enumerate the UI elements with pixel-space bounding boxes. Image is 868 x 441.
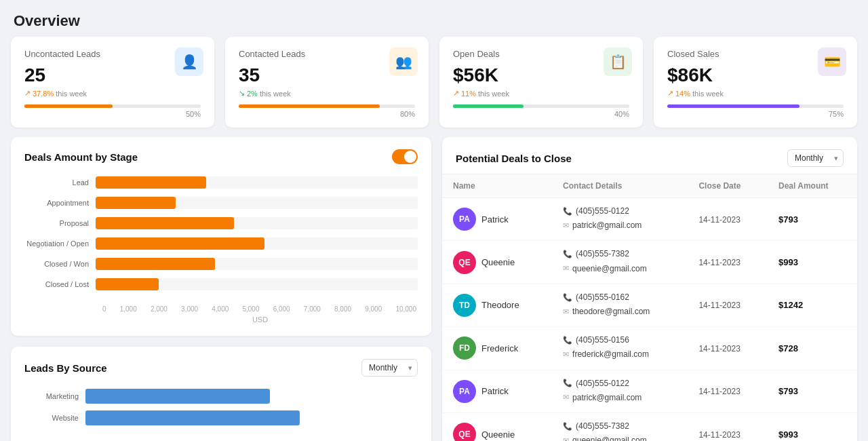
bar-row: Appointment — [24, 197, 418, 209]
stat-change-contacted: ↘ 2% this week — [239, 89, 415, 98]
stat-card-closed_sales: 💳 Closed Sales $86K ↗ 14% this week 75% — [654, 37, 857, 128]
close-date-cell: 14-11-2023 — [688, 198, 768, 241]
bar-label: Appointment — [24, 199, 96, 207]
stat-title-open_deals: Open Deals — [453, 49, 629, 59]
name-cell: TD Theodore — [442, 284, 552, 326]
deals-table: Name Contact Details Close Date Deal Amo… — [442, 174, 857, 441]
col-contact: Contact Details — [552, 174, 688, 198]
phone-line: 📞 (405)555-7382 — [563, 420, 677, 433]
email-icon: ✉ — [563, 349, 569, 361]
stat-pct-uncontacted: 50% — [24, 110, 201, 118]
bar-label: Negotiation / Open — [24, 239, 96, 248]
stat-icon-open_deals: 📋 — [604, 47, 632, 76]
progress-fill-uncontacted — [24, 104, 113, 108]
deals-by-stage-card: Deals Amount by Stage Lead Appointment P… — [11, 137, 431, 336]
email-icon: ✉ — [563, 306, 569, 318]
potential-deals-dropdown[interactable]: Monthly Weekly Yearly — [787, 149, 844, 167]
stat-value-closed_sales: $86K — [667, 64, 844, 86]
progress-bg-closed_sales — [667, 104, 844, 108]
deal-amount-cell: $728 — [768, 327, 857, 370]
source-bar-row: Marketing — [24, 389, 418, 404]
x-axis-unit: USD — [102, 315, 418, 324]
close-date-cell: 14-11-2023 — [688, 370, 768, 413]
leads-source-dropdown[interactable]: Monthly Weekly Yearly — [361, 359, 418, 377]
phone-number: (405)555-7382 — [576, 248, 629, 261]
contact-name: Queenie — [481, 257, 515, 267]
phone-number: (405)555-0122 — [576, 205, 629, 218]
stat-title-contacted: Contacted Leads — [239, 49, 415, 59]
deals-chart-toggle[interactable] — [392, 149, 418, 164]
bar-fill — [96, 217, 234, 229]
x-axis-tick: 3,000 — [181, 305, 198, 313]
deal-amount: $728 — [778, 343, 798, 353]
leads-source-title: Leads By Source — [24, 362, 107, 374]
col-deal-amount: Deal Amount — [768, 174, 857, 198]
close-date: 14-11-2023 — [698, 258, 740, 267]
bar-fill — [96, 237, 264, 250]
leads-source-dropdown-wrapper: Monthly Weekly Yearly — [361, 359, 418, 377]
phone-icon: 📞 — [563, 334, 572, 347]
stat-icon-contacted: 👥 — [389, 47, 418, 76]
deal-amount: $993 — [778, 257, 798, 267]
stat-change-uncontacted: ↗ 37.8% this week — [24, 89, 201, 98]
email-line: ✉ patrick@gmail.com — [563, 219, 677, 232]
phone-icon: 📞 — [563, 377, 572, 389]
name-cell: FD Frederick — [442, 327, 552, 370]
contact-name: Queenie — [481, 429, 515, 440]
close-date-cell: 14-11-2023 — [688, 413, 768, 441]
source-bar-chart: Marketing Website — [24, 386, 418, 435]
bar-fill — [96, 278, 159, 290]
deal-amount-cell: $993 — [768, 413, 857, 441]
close-date-cell: 14-11-2023 — [688, 284, 768, 326]
leads-source-header: Leads By Source Monthly Weekly Yearly — [24, 359, 418, 377]
deals-table-head: Name Contact Details Close Date Deal Amo… — [442, 174, 857, 198]
stat-icon-uncontacted: 👤 — [175, 47, 203, 76]
email-line: ✉ queenie@gmail.com — [563, 434, 677, 441]
close-date-cell: 14-11-2023 — [688, 327, 768, 370]
deal-amount: $793 — [778, 214, 798, 225]
bar-row: Closed / Lost — [24, 278, 418, 290]
email-icon: ✉ — [563, 391, 569, 404]
deal-amount-cell: $793 — [768, 370, 857, 413]
source-bar-row: Website — [24, 410, 418, 425]
potential-deals-dropdown-wrapper: Monthly Weekly Yearly — [787, 149, 844, 167]
stat-card-contacted: 👥 Contacted Leads 35 ↘ 2% this week 80% — [225, 37, 429, 128]
potential-deals-panel: Potential Deals to Close Monthly Weekly … — [442, 137, 857, 441]
stat-change-open_deals: ↗ 11% this week — [453, 89, 629, 98]
stat-pct-open_deals: 40% — [453, 110, 629, 118]
stat-title-uncontacted: Uncontacted Leads — [24, 49, 201, 59]
close-date: 14-11-2023 — [698, 301, 740, 310]
bar-label: Proposal — [24, 219, 96, 227]
phone-line: 📞 (405)555-0162 — [563, 291, 677, 304]
x-axis-tick: 7,000 — [304, 305, 321, 313]
stat-pct-contacted: 80% — [239, 110, 415, 118]
bar-row: Negotiation / Open — [24, 237, 418, 250]
close-date-cell: 14-11-2023 — [688, 241, 768, 284]
x-axis-tick: 8,000 — [334, 305, 351, 313]
email-icon: ✉ — [563, 435, 569, 441]
bar-track — [96, 237, 418, 250]
close-date: 14-11-2023 — [698, 344, 740, 353]
deal-amount-cell: $793 — [768, 198, 857, 241]
deals-chart-title: Deals Amount by Stage — [24, 151, 138, 163]
stat-change-pct-open_deals: 11% — [461, 90, 476, 98]
name-cell: QE Queenie — [442, 413, 552, 441]
progress-fill-contacted — [239, 104, 380, 108]
table-row: FD Frederick 📞 (405)555-0156 ✉ frederick… — [442, 327, 857, 370]
email-line: ✉ queenie@gmail.com — [563, 263, 677, 275]
deal-amount: $793 — [778, 386, 798, 396]
source-label: Website — [24, 414, 85, 422]
stat-arrow-open_deals: ↗ — [453, 89, 459, 98]
page-title: Overview — [0, 0, 868, 37]
x-axis-tick: 1,000 — [120, 305, 137, 313]
phone-line: 📞 (405)555-0122 — [563, 377, 677, 390]
stat-title-closed_sales: Closed Sales — [667, 49, 844, 59]
close-date: 14-11-2023 — [698, 387, 740, 396]
col-name: Name — [442, 174, 552, 198]
stat-card-uncontacted: 👤 Uncontacted Leads 25 ↗ 37.8% this week… — [11, 37, 214, 128]
progress-bg-contacted — [239, 104, 415, 108]
bar-track — [96, 197, 418, 209]
stat-change-label-contacted: this week — [260, 90, 291, 98]
stat-value-open_deals: $56K — [453, 64, 629, 86]
deal-amount: $993 — [778, 429, 798, 440]
